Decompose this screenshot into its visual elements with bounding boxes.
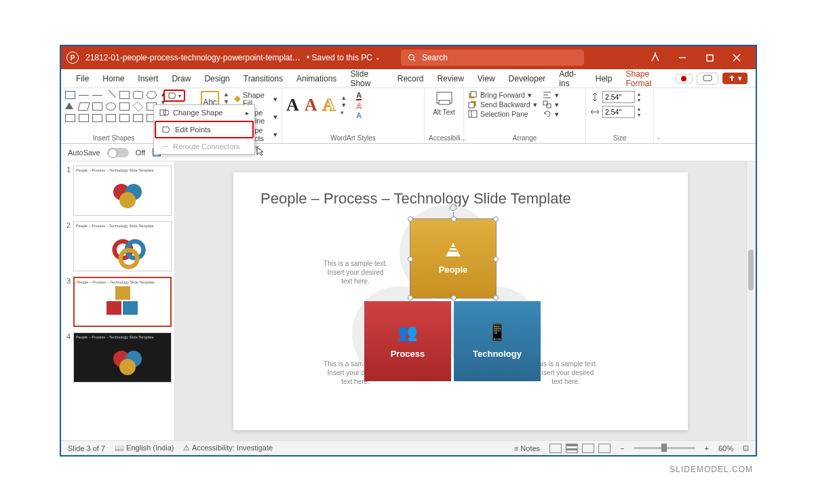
resize-handle[interactable] <box>451 295 457 301</box>
normal-view-button[interactable] <box>549 444 562 453</box>
resize-handle[interactable] <box>408 216 413 222</box>
svg-rect-6 <box>703 75 712 81</box>
edit-shape-button[interactable]: ▾ <box>163 90 185 102</box>
wordart-preset-3[interactable]: A <box>323 95 336 115</box>
tab-addins[interactable]: Add-ins <box>552 69 588 88</box>
powerpoint-icon: P <box>66 52 79 64</box>
tab-slideshow[interactable]: Slide Show <box>343 69 390 88</box>
slide-thumbnail-1[interactable]: People – Process – Technology Slide Temp… <box>73 166 172 216</box>
group-button[interactable]: ▾ <box>543 100 559 109</box>
send-backward-button[interactable]: Send Backward ▾ <box>468 100 537 109</box>
slideshow-view-button[interactable] <box>598 444 610 453</box>
svg-point-8 <box>163 110 169 115</box>
slide-title[interactable]: People – Process – Technology Slide Temp… <box>260 190 661 208</box>
zoom-slider[interactable] <box>634 447 695 449</box>
watermark: SLIDEMODEL.COM <box>670 465 753 474</box>
close-button[interactable] <box>723 46 750 69</box>
sample-text-1[interactable]: This is a sample text. Insert your desir… <box>322 259 389 286</box>
status-bar: Slide 3 of 7 📖 English (India) ⚠ Accessi… <box>61 440 756 455</box>
technology-card[interactable]: 📱 Technology <box>454 301 541 381</box>
minimize-button[interactable] <box>669 46 696 69</box>
group-label-shapes: Insert Shapes <box>65 133 162 142</box>
comments-button[interactable] <box>697 73 718 85</box>
group-label-accessibility: Accessibili... <box>429 133 459 142</box>
shape-width-input[interactable]: ▴▾ <box>590 106 649 118</box>
slide-thumbnail-3[interactable]: People – Process – Technology Slide Temp… <box>73 277 172 327</box>
group-label-arrange: Arrange <box>468 133 581 142</box>
text-outline-button[interactable]: A <box>356 102 362 110</box>
tab-insert[interactable]: Insert <box>131 69 165 88</box>
svg-rect-3 <box>707 55 713 61</box>
text-fill-button[interactable]: A <box>356 91 362 100</box>
people-card-selected[interactable]: People <box>410 218 497 298</box>
resize-handle[interactable] <box>493 216 499 222</box>
resize-handle[interactable] <box>493 256 499 262</box>
tab-draw[interactable]: Draw <box>165 69 197 88</box>
fit-to-window-button[interactable]: ⊡ <box>743 444 749 452</box>
tab-transitions[interactable]: Transitions <box>237 69 290 88</box>
language-status[interactable]: 📖 English (India) <box>115 444 174 452</box>
tab-file[interactable]: File <box>69 69 96 88</box>
slide-thumbnail-2[interactable]: People – Process – Technology Slide Temp… <box>73 221 172 271</box>
save-status[interactable]: • Saved to this PC <box>307 53 372 62</box>
selection-pane-button[interactable]: Selection Pane <box>468 110 537 118</box>
collapse-ribbon-button[interactable]: ⌄ <box>654 88 663 143</box>
maximize-button[interactable] <box>696 46 723 69</box>
tab-design[interactable]: Design <box>197 69 236 88</box>
menu-change-shape[interactable]: Change Shape▸ <box>154 105 254 120</box>
cameo-button[interactable] <box>675 74 693 83</box>
tab-help[interactable]: Help <box>589 69 619 88</box>
slide-thumbnail-4[interactable]: People – Process – Technology Slide Temp… <box>73 332 172 383</box>
slide-count[interactable]: Slide 3 of 7 <box>68 444 105 452</box>
menu-edit-points[interactable]: Edit Points <box>155 121 254 138</box>
wordart-preset-1[interactable]: A <box>286 95 299 115</box>
tab-review[interactable]: Review <box>430 69 470 88</box>
align-button[interactable]: ▾ <box>543 91 559 99</box>
search-input[interactable]: Search <box>401 50 584 66</box>
accessibility-status[interactable]: ⚠ Accessibility: Investigate <box>183 444 273 452</box>
tab-developer[interactable]: Developer <box>502 69 553 88</box>
ribbon-display-options[interactable] <box>642 46 669 69</box>
notes-button[interactable]: ≡ Notes <box>514 444 540 452</box>
chevron-down-icon[interactable]: ⌄ <box>375 54 381 61</box>
alt-text-button[interactable]: Alt Text <box>429 91 459 116</box>
tab-view[interactable]: View <box>471 69 502 88</box>
people-group-icon: 👥 <box>398 323 418 342</box>
group-label-wordart: WordArt Styles <box>286 133 420 142</box>
wordart-preset-2[interactable]: A <box>305 95 317 115</box>
tab-animations[interactable]: Animations <box>290 69 343 88</box>
sample-text-3[interactable]: This is a sample text. Insert your desir… <box>532 360 600 386</box>
tab-home[interactable]: Home <box>96 69 131 88</box>
rotate-handle[interactable] <box>450 204 457 211</box>
group-arrange: Bring Forward ▾ Send Backward ▾ Selectio… <box>464 88 586 143</box>
resize-handle[interactable] <box>493 295 499 301</box>
svg-rect-16 <box>469 102 474 108</box>
edit-shape-dropdown: Change Shape▸ Edit Points Reroute Connec… <box>153 104 255 155</box>
thumbnail-panel[interactable]: 1 People – Process – Technology Slide Te… <box>61 161 175 440</box>
share-button[interactable]: ▾ <box>722 73 748 84</box>
zoom-level[interactable]: 60% <box>718 444 733 452</box>
ribbon-bar: ▲ ▼ ▾ ▾ Insert Shapes Change Shape▸ Edit… <box>61 88 756 144</box>
vertical-scrollbar[interactable] <box>746 161 756 440</box>
autosave-label: AutoSave <box>68 149 100 157</box>
shape-gallery[interactable] <box>65 91 157 123</box>
zoom-out-button[interactable]: − <box>620 444 624 452</box>
app-window: P 21812-01-people-process-technology-pow… <box>60 45 757 457</box>
sorter-view-button[interactable] <box>566 444 578 453</box>
resize-handle[interactable] <box>408 256 413 262</box>
tab-record[interactable]: Record <box>391 69 431 88</box>
text-effects-button[interactable]: A <box>356 111 362 119</box>
shape-height-input[interactable]: ▴▾ <box>590 91 649 103</box>
workspace: 1 People – Process – Technology Slide Te… <box>61 161 756 440</box>
reading-view-button[interactable] <box>582 444 594 453</box>
process-card[interactable]: 👥 Process <box>364 301 451 381</box>
resize-handle[interactable] <box>408 295 413 301</box>
bring-forward-button[interactable]: Bring Forward ▾ <box>468 91 537 99</box>
phone-icon: 📱 <box>487 323 507 342</box>
zoom-in-button[interactable]: + <box>705 444 709 452</box>
slide-editor[interactable]: People – Process – Technology Slide Temp… <box>175 161 746 440</box>
tab-shape-format[interactable]: Shape Format <box>619 69 675 88</box>
rotate-button[interactable]: ▾ <box>543 110 559 118</box>
resize-handle[interactable] <box>451 216 457 222</box>
autosave-toggle[interactable] <box>107 148 129 157</box>
